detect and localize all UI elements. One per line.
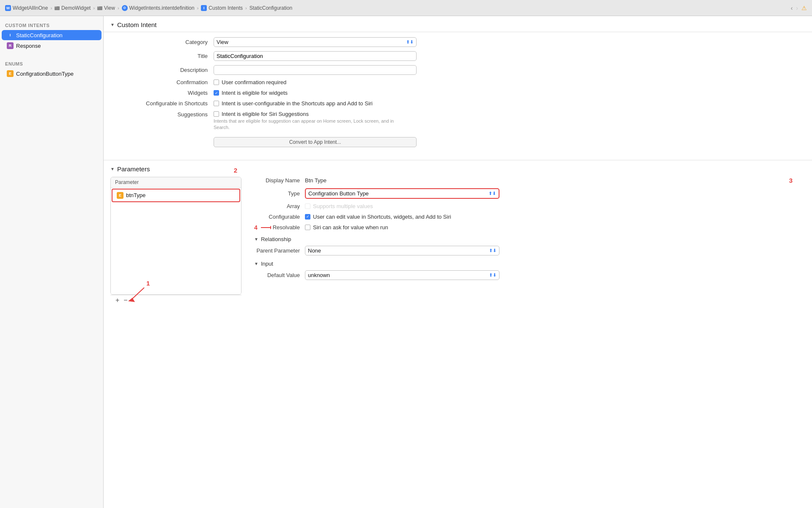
array-row: Array Supports multiple values [254, 203, 797, 209]
convert-to-app-intent-button[interactable]: Convert to App Intent... [214, 137, 417, 147]
suggestions-text: Intent is eligible for Siri Suggestions [222, 111, 309, 117]
breadcrumb-view[interactable]: View [97, 5, 115, 11]
collapse-intent-arrow[interactable]: ▼ [110, 22, 115, 27]
breadcrumb-sep-4: › [197, 5, 199, 11]
nav-forward[interactable]: › [796, 5, 798, 11]
array-checkbox[interactable] [305, 203, 310, 209]
default-value-label: Default Value [254, 272, 305, 278]
shortcuts-checkbox[interactable] [214, 101, 219, 106]
intent-icon: I [201, 5, 207, 11]
parent-param-select[interactable]: None ⬆⬇ [305, 246, 499, 255]
param-list-body: E btnType [111, 189, 241, 294]
shortcuts-row: Configurable in Shortcuts Intent is user… [129, 100, 787, 107]
shortcuts-label: Configurable in Shortcuts [129, 100, 214, 107]
relationship-title: Relationship [261, 236, 291, 242]
widgets-row: Widgets ✓ Intent is eligible for widgets [129, 90, 787, 96]
svg-text:1: 1 [146, 280, 150, 287]
configurable-text: User can edit value in Shortcuts, widget… [313, 214, 451, 220]
default-value-arrows: ⬆⬇ [489, 272, 497, 278]
folder-icon [55, 5, 60, 11]
suggestions-row: Suggestions Intent is eligible for Siri … [129, 111, 787, 147]
nav-back[interactable]: ‹ [791, 5, 793, 11]
resolvable-control: Siri can ask for value when run [305, 224, 388, 231]
parameters-title: Parameters [117, 165, 150, 173]
breadcrumb-app-label: WidgetAllInOne [13, 5, 48, 11]
array-text: Supports multiple values [313, 203, 373, 209]
param-list-header: Parameter [111, 177, 241, 188]
category-label: Category [129, 39, 214, 45]
category-control: View ⬆⬇ [214, 37, 425, 47]
configurable-checkbox[interactable]: ✓ [305, 214, 310, 220]
input-header: ▼ Input [254, 261, 797, 267]
warning-icon: ⚠ [801, 5, 807, 11]
breadcrumb-intentdef[interactable]: ⊙ WidgetIntents.intentdefinition [122, 5, 195, 11]
breadcrumb-sep-3: › [118, 5, 119, 11]
parent-param-row: Parent Parameter None ⬆⬇ [254, 246, 797, 255]
staticconfig-label: StaticConfiguration [16, 32, 63, 38]
breadcrumb-sep-5: › [245, 5, 247, 11]
type-value: Configration Button Type [308, 190, 369, 197]
configurable-label: Configurable [254, 214, 305, 220]
default-value-row: Default Value unknown ⬆⬇ [254, 270, 797, 280]
staticconfig-badge: I [7, 32, 14, 38]
parent-param-label: Parent Parameter [254, 247, 305, 254]
sidebar-item-response[interactable]: R Response [2, 41, 102, 51]
description-input[interactable] [214, 65, 417, 75]
title-row: Title [129, 51, 787, 61]
annotation-2: 2 [234, 167, 237, 174]
title-input[interactable] [214, 51, 417, 61]
svg-marker-6 [128, 298, 135, 302]
collapse-relationship-arrow[interactable]: ▼ [254, 237, 258, 242]
suggestions-control: Intent is eligible for Siri Suggestions … [214, 111, 425, 147]
description-label: Description [129, 67, 214, 73]
type-select[interactable]: Configration Button Type ⬆⬇ [305, 188, 499, 199]
category-value: View [217, 39, 228, 45]
annotation-4: 4 [254, 224, 258, 231]
category-select[interactable]: View ⬆⬇ [214, 37, 417, 47]
array-control: Supports multiple values [305, 203, 373, 209]
configbtntype-badge: E [7, 70, 14, 77]
content-area: ▼ Custom Intent Category View ⬆⬇ Title [104, 16, 812, 508]
widgets-checkbox[interactable]: ✓ [214, 90, 219, 96]
display-name-label: Display Name [254, 177, 305, 184]
breadcrumb-intentdef-label: WidgetIntents.intentdefinition [129, 5, 195, 11]
breadcrumb-customintents[interactable]: I Custom Intents [201, 5, 243, 11]
enums-section-label: ENUMS [0, 58, 103, 68]
titlebar-nav: ‹ › ⚠ [791, 5, 807, 11]
breadcrumb-demowidget-label: DemoWidget [61, 5, 91, 11]
custom-intent-header: ▼ Custom Intent [104, 16, 812, 32]
folder-icon-2 [97, 5, 102, 11]
collapse-params-arrow[interactable]: ▼ [110, 167, 115, 171]
collapse-input-arrow[interactable]: ▼ [254, 261, 258, 266]
type-label: Type [254, 190, 305, 197]
sidebar-item-staticconfig[interactable]: I StaticConfiguration [2, 30, 102, 40]
confirmation-row: Confirmation User confirmation required [129, 79, 787, 85]
breadcrumb-staticconfig[interactable]: StaticConfiguration [250, 5, 292, 11]
param-item-btntype[interactable]: E btnType [112, 189, 240, 202]
svg-rect-3 [97, 6, 99, 7]
category-row: Category View ⬆⬇ [129, 37, 787, 47]
confirmation-checkbox[interactable] [214, 80, 219, 85]
breadcrumb-demowidget[interactable]: DemoWidget [55, 5, 91, 11]
breadcrumb-sep-2: › [93, 5, 95, 11]
param-list: Parameter E btnType [110, 177, 241, 295]
sidebar: CUSTOM INTENTS I StaticConfiguration R R… [0, 16, 104, 508]
add-param-button[interactable]: + [114, 297, 121, 304]
type-arrows: ⬆⬇ [488, 191, 496, 196]
resolvable-text: Siri can ask for value when run [313, 224, 388, 231]
main-layout: CUSTOM INTENTS I StaticConfiguration R R… [0, 16, 812, 508]
param-detail: Display Name Btn Type 3 Type Configratio… [241, 177, 805, 305]
param-list-container: 2 Parameter E btnType + − [110, 177, 241, 305]
widgets-label: Widgets [129, 90, 214, 96]
response-label: Response [16, 43, 41, 49]
breadcrumb-customintents-label: Custom Intents [208, 5, 243, 11]
suggestions-checkbox[interactable] [214, 111, 219, 117]
description-control [214, 65, 425, 75]
sidebar-item-configbtntype[interactable]: E ConfigrationButtonType [2, 69, 102, 79]
suggestions-hint: Intents that are eligible for suggestion… [214, 118, 395, 131]
configurable-control: ✓ User can edit value in Shortcuts, widg… [305, 214, 451, 220]
input-title: Input [261, 261, 273, 267]
default-value-select[interactable]: unknown ⬆⬇ [305, 270, 499, 280]
resolvable-checkbox[interactable] [305, 225, 310, 230]
shortcuts-text: Intent is user-configurable in the Short… [222, 100, 373, 107]
